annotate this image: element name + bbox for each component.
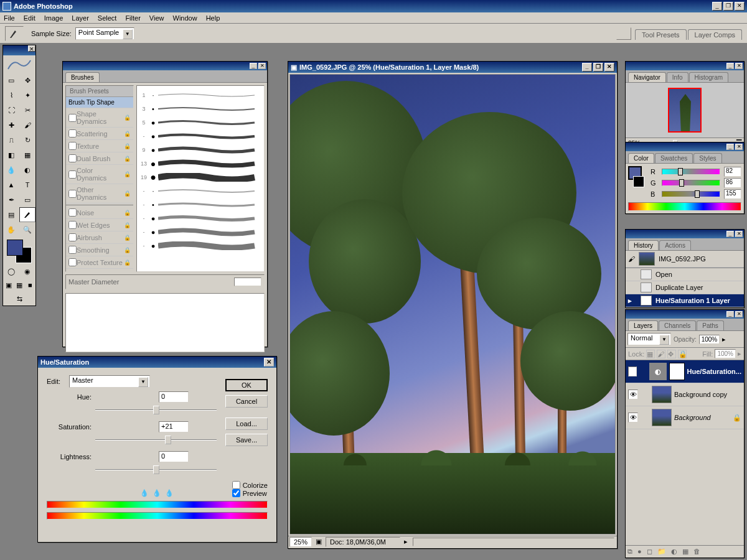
- menu-select[interactable]: Select: [98, 14, 117, 22]
- brush-tool[interactable]: 🖌: [19, 118, 35, 133]
- lock-all-icon[interactable]: 🔒: [678, 350, 687, 358]
- tab-actions[interactable]: Actions: [659, 240, 691, 250]
- lock-trans-icon[interactable]: ▦: [646, 350, 655, 358]
- fill-flyout-icon[interactable]: ▸: [738, 350, 741, 358]
- hand-tool[interactable]: ✋: [3, 222, 19, 237]
- eyedropper-icon[interactable]: 💧: [140, 489, 149, 497]
- adjustment-layer-icon[interactable]: ◐: [671, 548, 677, 556]
- r-slider[interactable]: [662, 169, 720, 175]
- colorize-check[interactable]: [232, 481, 240, 489]
- tab-tool-presets[interactable]: Tool Presets: [635, 29, 687, 40]
- sample-size-select[interactable]: Point Sample: [75, 27, 134, 40]
- visibility-icon[interactable]: 👁: [628, 413, 638, 422]
- history-hue-sat[interactable]: ▸Hue/Saturation 1 Layer: [626, 294, 744, 307]
- load-button[interactable]: Load...: [225, 418, 268, 430]
- ok-button[interactable]: OK: [225, 379, 268, 391]
- opt-noise[interactable]: Noise🔒: [66, 207, 133, 219]
- menu-edit[interactable]: Edit: [24, 14, 35, 22]
- saturation-slider[interactable]: [95, 435, 217, 445]
- heal-tool[interactable]: ✚: [3, 118, 19, 133]
- layer-style-icon[interactable]: ●: [637, 548, 642, 556]
- g-value[interactable]: 86: [724, 178, 741, 188]
- tab-layers[interactable]: Layers: [628, 320, 658, 330]
- jump-to-imageready-icon[interactable]: ⇆: [3, 292, 35, 306]
- eyedropper-sub-icon[interactable]: 💧: [165, 489, 174, 497]
- menu-layer[interactable]: Layer: [72, 14, 89, 22]
- opt-scattering[interactable]: Scattering🔒: [66, 128, 133, 140]
- stamp-tool[interactable]: ⎍: [3, 133, 19, 147]
- menu-view[interactable]: View: [149, 14, 164, 22]
- standard-mode-icon[interactable]: ◯: [3, 264, 19, 278]
- opt-shape-dynamics[interactable]: Shape Dynamics🔒: [66, 108, 133, 128]
- tab-histogram[interactable]: Histogram: [689, 72, 729, 82]
- foreground-color-swatch[interactable]: [7, 240, 23, 256]
- zoom-tool[interactable]: 🔍: [19, 222, 35, 237]
- opt-dual-brush[interactable]: Dual Brush🔒: [66, 152, 133, 165]
- menu-image[interactable]: Image: [44, 14, 63, 22]
- layer-background[interactable]: 👁 Background 🔒: [626, 406, 744, 429]
- nav-close[interactable]: ✕: [735, 63, 743, 69]
- opt-other-dynamics[interactable]: Other Dynamics🔒: [66, 184, 133, 203]
- brush-presets-header[interactable]: Brush Presets: [66, 86, 133, 97]
- eraser-tool[interactable]: ◧: [3, 147, 19, 162]
- history-snapshot[interactable]: 🖌 IMG_0592.JPG: [626, 251, 744, 268]
- move-tool[interactable]: ✥: [19, 73, 35, 88]
- type-tool[interactable]: T: [19, 177, 35, 192]
- opt-color-dynamics[interactable]: Color Dynamics🔒: [66, 165, 133, 184]
- pen-tool[interactable]: ✒: [3, 192, 19, 207]
- tab-info[interactable]: Info: [667, 72, 688, 82]
- delete-layer-icon[interactable]: 🗑: [693, 548, 700, 556]
- tab-layer-comps[interactable]: Layer Comps: [688, 29, 742, 40]
- nav-min[interactable]: _: [726, 63, 734, 69]
- slice-tool[interactable]: ✂: [19, 103, 35, 118]
- visibility-icon[interactable]: 👁: [628, 390, 638, 399]
- menu-filter[interactable]: Filter: [125, 14, 140, 22]
- color-ramp[interactable]: [628, 202, 741, 211]
- blur-tool[interactable]: 💧: [3, 162, 19, 177]
- opt-protect-texture[interactable]: Protect Texture🔒: [66, 256, 133, 269]
- menu-help[interactable]: Help: [206, 14, 220, 22]
- layer-hue-saturation[interactable]: 👁 ◐ Hue/Saturation...: [626, 360, 744, 383]
- maximize-button[interactable]: ❐: [723, 2, 733, 11]
- quickmask-mode-icon[interactable]: ◉: [19, 264, 35, 278]
- history-brush-tool[interactable]: ↻: [19, 133, 35, 147]
- screen-standard-icon[interactable]: ▣: [3, 278, 14, 292]
- doc-minimize[interactable]: _: [582, 63, 592, 72]
- tab-channels[interactable]: Channels: [659, 320, 696, 330]
- opacity-input[interactable]: 100%: [699, 335, 720, 344]
- brushes-close[interactable]: ✕: [258, 63, 266, 69]
- history-duplicate[interactable]: Duplicate Layer: [626, 281, 744, 294]
- doc-info[interactable]: Doc: 18,0M/36,0M: [326, 537, 400, 547]
- zoom-field[interactable]: 25%: [289, 537, 312, 547]
- menu-window[interactable]: Window: [173, 14, 197, 22]
- r-value[interactable]: 82: [724, 167, 741, 177]
- minimize-button[interactable]: _: [712, 2, 722, 11]
- h-scrollbar[interactable]: [413, 538, 614, 546]
- hue-input[interactable]: 0: [159, 391, 189, 403]
- notes-tool[interactable]: ▤: [3, 207, 19, 222]
- path-select-tool[interactable]: ▲: [3, 177, 19, 192]
- layer-mask-thumb[interactable]: [669, 363, 684, 380]
- tab-brushes[interactable]: Brushes: [65, 72, 100, 82]
- new-layer-icon[interactable]: ▦: [682, 548, 688, 556]
- b-value[interactable]: 155: [724, 189, 741, 199]
- close-button[interactable]: ✕: [735, 2, 745, 11]
- opt-texture[interactable]: Texture🔒: [66, 140, 133, 152]
- hist-min[interactable]: _: [726, 231, 734, 237]
- lock-paint-icon[interactable]: 🖌: [657, 350, 665, 358]
- screen-full-icon[interactable]: ■: [25, 278, 35, 292]
- tab-navigator[interactable]: Navigator: [628, 72, 666, 82]
- cancel-button[interactable]: Cancel: [225, 395, 268, 408]
- dodge-tool[interactable]: ◐: [19, 162, 35, 177]
- color-close[interactable]: ✕: [735, 144, 743, 150]
- brush-tip-shape[interactable]: Brush Tip Shape: [66, 97, 133, 108]
- saturation-input[interactable]: +21: [159, 421, 189, 432]
- doc-maximize[interactable]: ❐: [593, 63, 603, 72]
- visibility-icon[interactable]: 👁: [628, 366, 637, 376]
- save-button[interactable]: Save...: [225, 434, 268, 446]
- preview-check[interactable]: [232, 489, 240, 497]
- brush-stroke-list[interactable]: 1· 3• 5● -● 9● 13● 19● -· -• -● -● -●: [136, 85, 265, 272]
- color-swatches[interactable]: [3, 237, 35, 264]
- eyedropper-add-icon[interactable]: 💧: [153, 489, 161, 497]
- navigator-thumb[interactable]: [668, 88, 702, 133]
